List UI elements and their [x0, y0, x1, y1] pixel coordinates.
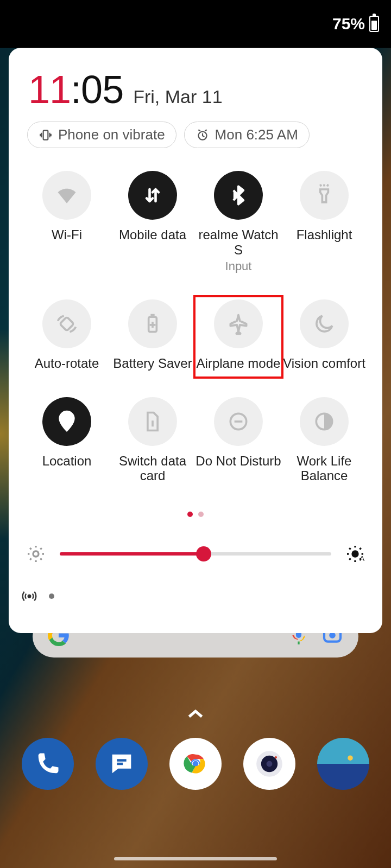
- svg-point-4: [64, 416, 69, 421]
- vibrate-chip[interactable]: Phone on vibrate: [27, 122, 176, 148]
- alarm-chip[interactable]: Mon 6:25 AM: [184, 122, 310, 148]
- alarm-chip-label: Mon 6:25 AM: [215, 126, 298, 143]
- notification-dot-icon: [49, 593, 54, 599]
- moon-icon: [312, 312, 336, 336]
- app-drawer-handle[interactable]: [185, 703, 206, 727]
- tile-mobile-data-label: Mobile data: [119, 227, 186, 242]
- svg-point-7: [33, 551, 39, 557]
- tile-bluetooth-device: realme Watch S Input: [195, 171, 281, 273]
- brightness-thumb[interactable]: [196, 546, 211, 561]
- tile-airplane-mode: Airplane mode: [195, 297, 281, 376]
- tile-vision-comfort: Vision comfort: [281, 299, 367, 371]
- messages-icon: [108, 750, 136, 778]
- page-dot-1: [187, 512, 193, 517]
- battery-percent: 75%: [332, 15, 365, 33]
- tile-dnd-label: Do Not Disturb: [195, 454, 281, 469]
- qs-tiles-grid: Wi-Fi Mobile data realme Watch S Input F…: [24, 171, 367, 483]
- tile-wifi-label: Wi-Fi: [52, 227, 82, 242]
- page-dot-2: [198, 512, 204, 517]
- wifi-icon: [55, 183, 79, 207]
- clock-minutes: 05: [81, 68, 123, 111]
- hotspot-icon: [22, 589, 37, 604]
- status-bar: 75%: [0, 0, 391, 48]
- tile-flashlight-label: Flashlight: [297, 227, 352, 242]
- svg-rect-0: [43, 130, 48, 139]
- svg-point-11: [28, 595, 31, 598]
- location-pin-icon: [55, 410, 79, 433]
- status-chips: Phone on vibrate Mon 6:25 AM: [24, 122, 367, 148]
- tile-flashlight-button[interactable]: [300, 171, 349, 220]
- sun-icon: [329, 750, 357, 778]
- globe-half-icon: [312, 410, 336, 433]
- tile-vision-comfort-button[interactable]: [300, 299, 349, 348]
- alarm-clock-icon: [195, 128, 210, 142]
- tile-vision-comfort-label: Vision comfort: [283, 356, 365, 371]
- tile-battery-saver: Battery Saver: [110, 299, 195, 371]
- svg-point-22: [348, 755, 353, 761]
- svg-rect-2: [60, 317, 74, 331]
- tile-switch-sim-button[interactable]: [128, 397, 177, 446]
- dnd-icon: [226, 410, 250, 433]
- tile-flashlight: Flashlight: [281, 171, 367, 273]
- tile-dnd-button[interactable]: [214, 397, 263, 446]
- flashlight-icon: [312, 183, 336, 207]
- data-arrows-icon: [141, 183, 165, 207]
- clock[interactable]: 11:05: [28, 67, 123, 112]
- brightness-row: A: [24, 543, 367, 565]
- clock-row: 11:05 Fri, Mar 11: [24, 67, 367, 112]
- tile-mobile-data-button[interactable]: [128, 171, 177, 220]
- tile-wifi-button[interactable]: [42, 171, 91, 220]
- quick-settings-panel: 11:05 Fri, Mar 11 Phone on vibrate Mon 6…: [9, 48, 382, 633]
- battery-icon: [369, 16, 379, 32]
- brightness-low-icon[interactable]: [25, 543, 47, 565]
- gallery-app[interactable]: [317, 738, 369, 790]
- tile-work-life: Work Life Balance: [281, 397, 367, 483]
- messages-app[interactable]: [96, 738, 148, 790]
- tile-switch-sim: Switch data card: [110, 397, 195, 483]
- clock-sep: :: [71, 68, 81, 111]
- clock-hours: 11: [28, 68, 71, 111]
- airplane-icon: [226, 312, 250, 336]
- svg-point-20: [267, 761, 273, 767]
- svg-text:A: A: [360, 554, 364, 563]
- tile-bluetooth-label: realme Watch S: [195, 227, 281, 257]
- tile-work-life-button[interactable]: [300, 397, 349, 446]
- tile-switch-sim-label: Switch data card: [110, 454, 195, 483]
- camera-app[interactable]: [243, 738, 295, 790]
- tile-auto-rotate: Auto-rotate: [24, 299, 110, 371]
- tile-battery-saver-button[interactable]: [128, 299, 177, 348]
- brightness-slider[interactable]: [60, 543, 331, 565]
- bluetooth-icon: [226, 183, 250, 207]
- vibrate-icon: [39, 128, 53, 142]
- tile-mobile-data: Mobile data: [110, 171, 195, 273]
- tile-wifi: Wi-Fi: [24, 171, 110, 273]
- clock-date[interactable]: Fri, Mar 11: [133, 86, 222, 107]
- page-indicator: [24, 512, 367, 517]
- chrome-icon: [181, 750, 210, 778]
- tile-location: Location: [24, 397, 110, 483]
- auto-brightness-icon[interactable]: A: [344, 543, 366, 565]
- vibrate-chip-label: Phone on vibrate: [58, 126, 165, 143]
- tile-airplane-mode-button[interactable]: [214, 299, 263, 348]
- tile-auto-rotate-button[interactable]: [42, 299, 91, 348]
- tile-bluetooth-sub: Input: [225, 259, 252, 273]
- phone-icon: [34, 750, 62, 778]
- tile-work-life-label: Work Life Balance: [281, 454, 367, 483]
- sim-card-icon: [141, 410, 165, 433]
- notification-strip[interactable]: [9, 579, 382, 613]
- gesture-nav-bar[interactable]: [114, 857, 277, 860]
- tile-airplane-mode-label: Airplane mode: [197, 356, 281, 371]
- tile-location-label: Location: [42, 454, 92, 469]
- phone-app[interactable]: [22, 738, 74, 790]
- svg-point-21: [275, 756, 277, 758]
- home-dock: [0, 738, 391, 790]
- svg-point-8: [352, 551, 358, 557]
- tile-bluetooth-button[interactable]: [214, 171, 263, 220]
- tile-auto-rotate-label: Auto-rotate: [35, 356, 99, 371]
- tile-dnd: Do Not Disturb: [195, 397, 281, 483]
- tile-location-button[interactable]: [42, 397, 91, 446]
- auto-rotate-icon: [55, 312, 79, 336]
- brightness-fill: [60, 552, 204, 556]
- tile-battery-saver-label: Battery Saver: [113, 356, 192, 371]
- chrome-app[interactable]: [169, 738, 222, 790]
